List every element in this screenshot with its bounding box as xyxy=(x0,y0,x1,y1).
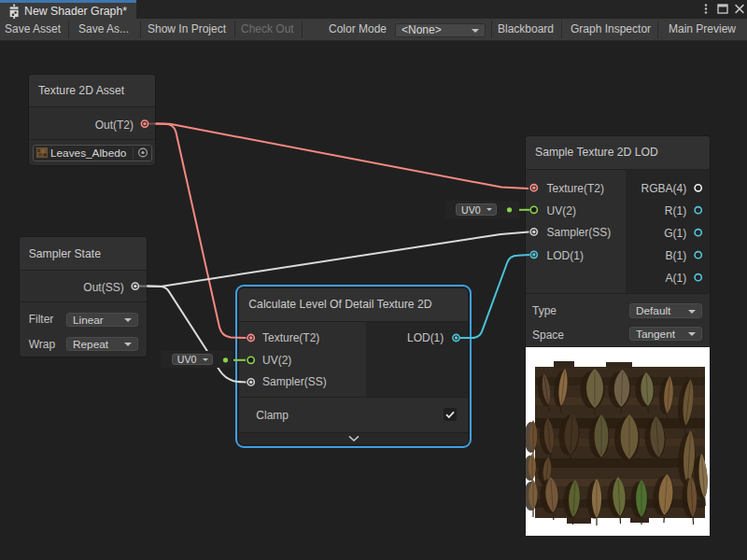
dropdown-arrow-icon xyxy=(203,358,208,361)
toolbar-separator xyxy=(657,21,658,38)
dropdown-arrow-icon xyxy=(124,343,132,346)
space-label: Space xyxy=(532,328,564,343)
port-label-uv: UV(2) xyxy=(547,203,576,218)
tab-title: New Shader Graph* xyxy=(24,4,127,19)
type-value: Default xyxy=(636,304,670,316)
collapse-strip[interactable] xyxy=(239,432,468,444)
graph-inspector-toggle-button[interactable]: Graph Inspector xyxy=(571,19,651,40)
dropdown-arrow-icon xyxy=(472,29,479,33)
node-header: Calculate Level Of Detail Texture 2D xyxy=(239,288,468,322)
dropdown-arrow-icon xyxy=(688,310,696,314)
filter-label: Filter xyxy=(29,312,54,327)
port-area: Texture(T2) UV(2) Sampler(SS) LOD(1) RGB… xyxy=(526,170,710,293)
clamp-row: Clamp xyxy=(239,397,468,433)
uv-channel-chip: UV0 xyxy=(445,201,519,219)
toolbar: Save Asset Save As... Show In Project Ch… xyxy=(0,19,747,41)
shader-graph-window: New Shader Graph* Save Asset Save As... … xyxy=(0,0,747,560)
texture-thumbnail xyxy=(36,147,48,158)
port-label-uv: UV(2) xyxy=(262,353,291,368)
uv-channel-chip: UV0 xyxy=(161,351,233,368)
port-label-out-t2: Out(T2) xyxy=(95,118,134,133)
port-label-out-ss: Out(SS) xyxy=(83,280,123,295)
wrap-value: Repeat xyxy=(73,338,108,350)
port-area: Texture(T2) UV(2) Sampler(SS) LOD(1) xyxy=(239,322,468,397)
toolbar-separator xyxy=(302,21,303,38)
selection-outline: Calculate Level Of Detail Texture 2D Tex… xyxy=(235,285,472,449)
space-dropdown[interactable]: Tangent xyxy=(629,327,702,341)
save-asset-button[interactable]: Save Asset xyxy=(5,19,61,40)
node-title: Sample Texture 2D LOD xyxy=(535,136,658,169)
color-mode-value: <None> xyxy=(402,24,442,36)
field-separator xyxy=(133,147,134,160)
node-preview xyxy=(526,346,710,535)
toolbar-separator xyxy=(234,21,235,38)
filter-value: Linear xyxy=(73,314,104,326)
node-title: Sampler State xyxy=(29,237,101,270)
main-preview-toggle-button[interactable]: Main Preview xyxy=(669,19,736,40)
title-bar: New Shader Graph* xyxy=(0,0,747,19)
texture-object-field[interactable]: Leaves_Albedo xyxy=(33,145,152,161)
clamp-checkbox[interactable] xyxy=(444,408,457,421)
node-header: Sample Texture 2D LOD xyxy=(526,136,710,170)
blackboard-toggle-button[interactable]: Blackboard xyxy=(498,19,554,40)
graph-tab[interactable]: New Shader Graph* xyxy=(0,0,136,19)
input-column: Texture(T2) UV(2) Sampler(SS) LOD(1) xyxy=(526,170,626,293)
port-label-sampler: Sampler(SS) xyxy=(262,374,327,389)
port-label-r: R(1) xyxy=(665,203,686,218)
uv-channel-dropdown[interactable]: UV0 xyxy=(172,354,213,366)
check-out-button: Check Out xyxy=(241,19,294,40)
port-label-lod: LOD(1) xyxy=(407,330,444,345)
dropdown-arrow-icon xyxy=(688,332,696,336)
input-column: Texture(T2) UV(2) Sampler(SS) xyxy=(239,322,366,397)
texture-name: Leaves_Albedo xyxy=(50,146,126,161)
node-title: Texture 2D Asset xyxy=(38,75,124,107)
port-label-sampler: Sampler(SS) xyxy=(547,225,612,240)
color-mode-dropdown[interactable]: <None> xyxy=(395,23,486,37)
clamp-label: Clamp xyxy=(256,408,289,423)
show-in-project-button[interactable]: Show In Project xyxy=(148,19,226,40)
output-column: LOD(1) xyxy=(366,322,468,397)
wrap-dropdown[interactable]: Repeat xyxy=(66,337,138,351)
type-label: Type xyxy=(532,303,557,318)
node-title: Calculate Level Of Detail Texture 2D xyxy=(248,288,431,321)
node-sampler-state[interactable]: Sampler State Out(SS) Filter Linear Wrap… xyxy=(19,236,148,357)
leaves-texture-preview xyxy=(526,347,710,536)
port-label-g: G(1) xyxy=(664,226,686,241)
dropdown-arrow-icon xyxy=(124,318,132,322)
toolbar-separator xyxy=(561,21,562,38)
node-sample-texture-2d-lod[interactable]: Sample Texture 2D LOD Texture(T2) UV(2) … xyxy=(525,135,711,536)
space-value: Tangent xyxy=(636,328,675,340)
type-dropdown[interactable]: Default xyxy=(629,303,702,317)
maximize-icon[interactable] xyxy=(715,0,730,19)
filter-dropdown[interactable]: Linear xyxy=(66,313,138,327)
port-label-b: B(1) xyxy=(666,248,687,263)
kebab-menu-icon[interactable] xyxy=(698,0,713,19)
dropdown-arrow-icon xyxy=(486,208,492,211)
sampler-options: Filter Linear Wrap Repeat xyxy=(20,301,147,357)
chevron-down-icon xyxy=(348,436,359,441)
toolbar-separator xyxy=(68,21,69,38)
port-label-texture: Texture(T2) xyxy=(547,181,604,196)
node-texture-2d-asset[interactable]: Texture 2D Asset Out(T2) Leaves_Albedo xyxy=(28,74,156,166)
node-calculate-lod-texture-2d[interactable]: Calculate Level Of Detail Texture 2D Tex… xyxy=(239,288,468,445)
port-label-rgba: RGBA(4) xyxy=(641,181,687,196)
port-label-a: A(1) xyxy=(666,271,687,286)
shader-graph-icon xyxy=(8,4,21,19)
node-properties: Type Default Space Tangent xyxy=(526,293,710,347)
port-label-lod: LOD(1) xyxy=(547,248,584,263)
texture-field-row: Leaves_Albedo xyxy=(29,139,155,165)
port-label-texture: Texture(T2) xyxy=(262,330,319,345)
close-icon[interactable] xyxy=(732,0,747,19)
node-header: Sampler State xyxy=(20,237,147,271)
object-picker-icon[interactable] xyxy=(137,147,148,158)
check-icon xyxy=(444,408,457,421)
toolbar-separator xyxy=(140,21,141,38)
uv-channel-value: UV0 xyxy=(177,355,197,365)
wrap-label: Wrap xyxy=(29,337,55,352)
save-as-button[interactable]: Save As... xyxy=(78,19,129,40)
color-mode-label: Color Mode xyxy=(329,19,387,40)
node-header: Texture 2D Asset xyxy=(29,75,155,108)
uv-channel-value: UV0 xyxy=(461,204,481,215)
toolbar-separator xyxy=(491,21,492,38)
uv-channel-dropdown[interactable]: UV0 xyxy=(456,203,497,216)
